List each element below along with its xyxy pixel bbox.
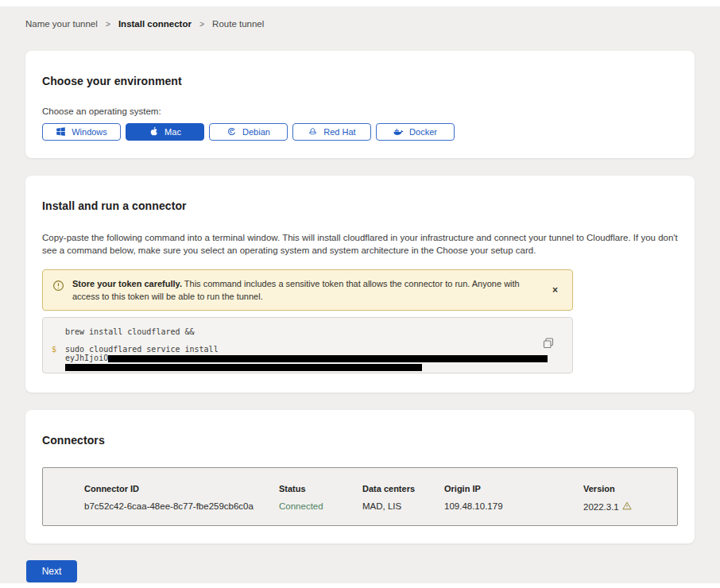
install-description: Copy-paste the following command into a … (42, 231, 678, 257)
next-button[interactable]: Next (26, 560, 77, 582)
version-value: 2022.3.1 (583, 501, 677, 512)
token-warning-text: Store your token carefully. This command… (72, 277, 541, 303)
version-warning-icon (622, 501, 632, 512)
os-button-label: Mac (165, 127, 181, 137)
os-button-debian[interactable]: Debian (209, 123, 288, 141)
os-button-windows[interactable]: Windows (42, 123, 121, 141)
status-badge: Connected (279, 501, 362, 512)
redhat-icon (308, 126, 318, 138)
version-number: 2022.3.1 (583, 502, 619, 512)
redacted-token-bar-2 (65, 364, 422, 371)
install-command-code-block: $ brew install cloudflared && sudo cloud… (42, 317, 573, 373)
origin-ip-value: 109.48.10.179 (444, 501, 583, 512)
environment-card-title: Choose your environment (42, 75, 678, 87)
code-line-brew: brew install cloudflared && (65, 327, 572, 336)
os-button-label: Red Hat (323, 127, 355, 137)
alert-circle-icon (52, 280, 64, 295)
terminal-prompt: $ (52, 345, 56, 354)
connectors-table-header: Connector ID Status Data centers Origin … (84, 484, 677, 493)
os-button-label: Docker (409, 127, 437, 137)
code-line-sudo: sudo cloudflared service install (65, 345, 572, 354)
col-header-data-centers: Data centers (362, 484, 444, 493)
connector-id-value: b7c52c42-6caa-48ee-8c77-fbe259cb6c0a (84, 501, 279, 512)
token-prefix: eyJhIjoiO (65, 354, 108, 362)
os-button-redhat[interactable]: Red Hat (292, 123, 371, 141)
copy-icon[interactable] (542, 337, 555, 350)
environment-card: Choose your environment Choose an operat… (25, 51, 695, 158)
install-connector-card: Install and run a connector Copy-paste t… (25, 176, 695, 393)
breadcrumb: Name your tunnel > Install connector > R… (25, 6, 695, 29)
os-button-mac[interactable]: Mac (126, 123, 204, 141)
docker-icon (393, 126, 404, 138)
col-header-status: Status (279, 484, 362, 493)
data-centers-value: MAD, LIS (362, 501, 444, 512)
breadcrumb-step-install-connector: Install connector (118, 19, 192, 29)
windows-icon (56, 126, 66, 138)
connectors-table: Connector ID Status Data centers Origin … (42, 467, 678, 526)
os-button-group: Windows Mac Debian Red Hat (42, 123, 678, 141)
col-header-connector-id: Connector ID (84, 484, 279, 493)
connectors-card-title: Connectors (42, 434, 678, 447)
page-background: Name your tunnel > Install connector > R… (0, 6, 720, 583)
token-warning-title: Store your token carefully. (72, 279, 182, 288)
os-select-label: Choose an operating system: (42, 106, 678, 116)
os-button-label: Debian (242, 127, 270, 137)
breadcrumb-step-route-tunnel[interactable]: Route tunnel (212, 19, 264, 29)
os-button-label: Windows (72, 127, 107, 137)
breadcrumb-separator: > (106, 19, 110, 29)
code-line-blank (65, 336, 572, 345)
col-header-version: Version (583, 484, 677, 493)
os-button-docker[interactable]: Docker (376, 123, 455, 141)
table-row: b7c52c42-6caa-48ee-8c77-fbe259cb6c0a Con… (84, 501, 677, 512)
col-header-origin-ip: Origin IP (444, 484, 583, 493)
code-line-token-2 (65, 362, 572, 371)
debian-icon (226, 126, 237, 138)
apple-icon (149, 126, 159, 138)
token-warning-banner: Store your token carefully. This command… (42, 269, 573, 311)
code-line-token: eyJhIjoiO (65, 354, 572, 362)
breadcrumb-separator: > (199, 19, 204, 29)
close-icon[interactable]: × (549, 284, 561, 296)
redacted-token-bar-1 (108, 355, 548, 362)
breadcrumb-step-name-your-tunnel[interactable]: Name your tunnel (25, 19, 98, 29)
install-card-title: Install and run a connector (42, 199, 678, 212)
connectors-card: Connectors Connector ID Status Data cent… (25, 410, 695, 544)
